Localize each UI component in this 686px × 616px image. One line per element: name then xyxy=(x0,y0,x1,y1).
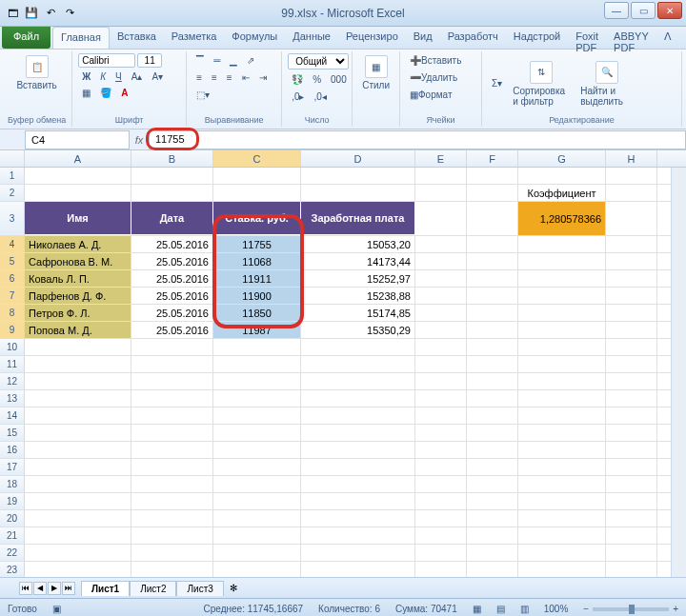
tab-layout[interactable]: Разметка xyxy=(164,27,225,49)
row-header[interactable]: 10 xyxy=(0,339,25,355)
tab-developer[interactable]: Разработч xyxy=(440,27,506,49)
view-layout-icon[interactable]: ▤ xyxy=(496,604,505,614)
col-header-E[interactable]: E xyxy=(415,150,467,167)
cell[interactable] xyxy=(606,202,657,235)
cell[interactable] xyxy=(25,562,131,577)
cell[interactable] xyxy=(518,373,606,389)
row-header[interactable]: 9 xyxy=(0,322,25,338)
cell[interactable] xyxy=(518,168,606,184)
cell[interactable] xyxy=(518,493,606,509)
cell[interactable] xyxy=(415,493,467,509)
col-header-H[interactable]: H xyxy=(606,150,657,167)
cell[interactable] xyxy=(606,253,657,269)
cell[interactable] xyxy=(467,185,518,201)
align-bottom-icon[interactable]: ▁ xyxy=(226,53,241,68)
format-cells-button[interactable]: ▦ Формат xyxy=(406,88,456,102)
cell[interactable] xyxy=(301,356,415,372)
cell[interactable]: Ставка. руб. xyxy=(213,202,301,235)
cell[interactable] xyxy=(301,527,415,544)
col-header-F[interactable]: F xyxy=(467,150,518,167)
cell[interactable] xyxy=(25,459,131,475)
bold-button[interactable]: Ж xyxy=(78,70,94,84)
sheet-tab-1[interactable]: Лист1 xyxy=(81,581,130,596)
styles-button[interactable]: ▦ Стили xyxy=(358,53,393,92)
font-color-button[interactable]: A xyxy=(117,86,131,100)
cell[interactable] xyxy=(467,356,518,372)
cell[interactable]: 14173,44 xyxy=(301,253,415,269)
cell[interactable] xyxy=(415,425,467,441)
close-button[interactable]: ✕ xyxy=(657,2,682,19)
cell[interactable] xyxy=(606,425,657,441)
align-left-icon[interactable]: ≡ xyxy=(192,70,206,85)
row-header[interactable]: 5 xyxy=(0,253,25,269)
cell[interactable] xyxy=(213,476,301,492)
cell[interactable] xyxy=(518,253,606,269)
cell[interactable] xyxy=(25,407,131,424)
cell[interactable]: 25.05.2016 xyxy=(131,253,213,269)
row-header[interactable]: 23 xyxy=(0,562,25,577)
cell[interactable] xyxy=(415,305,467,321)
cell[interactable] xyxy=(301,562,415,577)
font-size-input[interactable] xyxy=(137,53,162,68)
cell[interactable] xyxy=(606,442,657,458)
cell[interactable] xyxy=(415,322,467,338)
cell[interactable] xyxy=(415,476,467,492)
cell[interactable]: Коваль Л. П. xyxy=(25,270,131,287)
tab-abbyy[interactable]: ABBYY PDF xyxy=(606,27,656,49)
cell[interactable]: 15053,20 xyxy=(301,236,415,252)
zoom-in-icon[interactable]: + xyxy=(673,604,678,614)
cell[interactable] xyxy=(518,442,606,458)
cell[interactable] xyxy=(518,425,606,441)
cell[interactable] xyxy=(213,510,301,527)
cell[interactable] xyxy=(467,305,518,321)
cell[interactable] xyxy=(467,168,518,184)
cell[interactable]: Попова М. Д. xyxy=(25,322,131,338)
cell[interactable] xyxy=(213,527,301,544)
cell[interactable] xyxy=(415,407,467,424)
cell[interactable]: 11850 xyxy=(213,305,301,321)
find-select-button[interactable]: 🔍 Найти и выделить xyxy=(576,59,637,109)
row-header[interactable]: 17 xyxy=(0,459,25,475)
cell[interactable] xyxy=(606,459,657,475)
row-header[interactable]: 20 xyxy=(0,510,25,527)
row-header[interactable]: 6 xyxy=(0,270,25,287)
maximize-button[interactable]: ▭ xyxy=(631,2,656,19)
row-header[interactable]: 8 xyxy=(0,305,25,321)
cell[interactable] xyxy=(213,442,301,458)
row-header[interactable]: 18 xyxy=(0,476,25,492)
fill-color-button[interactable]: 🪣 xyxy=(96,86,115,100)
cell[interactable] xyxy=(131,373,213,389)
paste-button[interactable]: 📋 Вставить xyxy=(8,53,66,92)
cell[interactable] xyxy=(467,253,518,269)
row-header[interactable]: 1 xyxy=(0,168,25,184)
sheet-tab-3[interactable]: Лист3 xyxy=(176,581,223,596)
cell[interactable] xyxy=(131,545,213,561)
cell[interactable] xyxy=(301,442,415,458)
cell[interactable] xyxy=(213,459,301,475)
cell[interactable]: 25.05.2016 xyxy=(131,322,213,338)
row-header[interactable]: 12 xyxy=(0,373,25,389)
cell[interactable] xyxy=(606,270,657,287)
cell[interactable]: Парфенов Д. Ф. xyxy=(25,288,131,304)
cell[interactable] xyxy=(415,253,467,269)
cell[interactable] xyxy=(518,562,606,577)
cell[interactable] xyxy=(467,339,518,355)
cell[interactable] xyxy=(415,527,467,544)
cell[interactable] xyxy=(301,407,415,424)
cell[interactable] xyxy=(606,373,657,389)
cell[interactable] xyxy=(415,510,467,527)
file-tab[interactable]: Файл xyxy=(2,27,50,49)
cell[interactable] xyxy=(415,288,467,304)
zoom-level[interactable]: 100% xyxy=(544,604,569,614)
name-box[interactable] xyxy=(25,130,130,149)
cell[interactable] xyxy=(518,339,606,355)
cell[interactable] xyxy=(25,476,131,492)
cell[interactable] xyxy=(518,510,606,527)
align-right-icon[interactable]: ≡ xyxy=(223,70,236,85)
tab-addins[interactable]: Надстрой xyxy=(506,27,568,49)
cell[interactable] xyxy=(301,373,415,389)
row-header[interactable]: 14 xyxy=(0,407,25,424)
col-header-C[interactable]: C xyxy=(213,150,301,167)
row-header[interactable]: 2 xyxy=(0,185,25,201)
align-center-icon[interactable]: ≡ xyxy=(208,70,221,85)
